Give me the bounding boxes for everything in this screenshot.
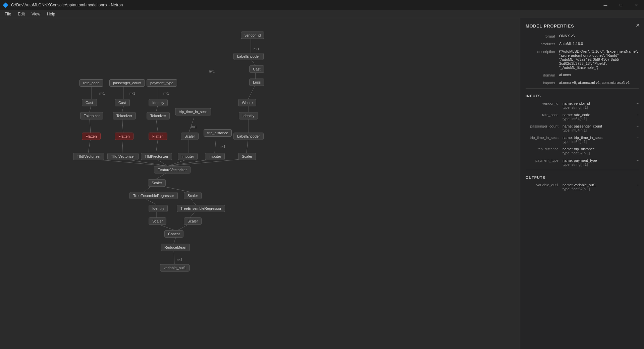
input-payment-type-expand[interactable]: − bbox=[637, 158, 639, 162]
node-tfidf3[interactable]: TfIdfVectorizer bbox=[141, 153, 172, 160]
input-vendor-id-expand[interactable]: − bbox=[637, 101, 639, 105]
panel-close-button[interactable]: ✕ bbox=[636, 22, 640, 29]
node-tokenizer1[interactable]: Tokenizer bbox=[80, 112, 103, 119]
input-trip-distance-type: type: float32[n,1] bbox=[562, 151, 635, 155]
node-scaler5[interactable]: Scaler bbox=[149, 217, 166, 225]
node-cast1[interactable]: Cast bbox=[249, 65, 264, 73]
node-scaler1[interactable]: Scaler bbox=[181, 133, 199, 140]
input-rate-code-vals: name: rate_code type: int64[n,1] bbox=[562, 113, 635, 121]
output-variable-out1-row[interactable]: variable_out1 name: variable_out1 type: … bbox=[526, 183, 639, 191]
node-labelencoder2[interactable]: LabelEncoder bbox=[233, 133, 264, 140]
node-identity3[interactable]: Identity bbox=[149, 205, 168, 212]
input-rate-code-expand[interactable]: − bbox=[637, 113, 639, 117]
node-scaler6[interactable]: Scaler bbox=[184, 217, 202, 225]
node-passenger-count[interactable]: passenger_count bbox=[109, 79, 145, 87]
input-payment-type-vals: name: payment_type type: string[n,1] bbox=[562, 158, 635, 166]
maximize-button[interactable]: □ bbox=[613, 0, 629, 10]
node-trip-distance[interactable]: trip_distance bbox=[204, 129, 232, 137]
node-flatten1[interactable]: Flatten bbox=[82, 133, 101, 140]
node-identity1[interactable]: Identity bbox=[149, 99, 168, 106]
svg-line-19 bbox=[156, 139, 158, 153]
menubar: File Edit View Help bbox=[0, 10, 644, 18]
edge-label-nx1-4: n×1 bbox=[163, 92, 169, 95]
node-payment-type[interactable]: payment_type bbox=[147, 79, 177, 87]
input-passenger-count-label: passenger_count bbox=[526, 124, 562, 128]
graph-area[interactable]: n×1 n×1 n×1 n×1 n×1 n×1 n×1 n×1 vendor_i… bbox=[0, 18, 372, 349]
edge-label-nx1-2: n×1 bbox=[209, 69, 215, 73]
node-tfidf1[interactable]: TfIdfVectorizer bbox=[73, 153, 104, 160]
menu-edit[interactable]: Edit bbox=[14, 11, 28, 17]
format-row: format ONNX v6 bbox=[526, 34, 639, 38]
edge-label-nx1-6: n×1 bbox=[191, 125, 197, 129]
node-treeensemble1[interactable]: TreeEnsembleRegressor bbox=[129, 192, 178, 199]
input-passenger-count-type: type: int64[n,1] bbox=[562, 128, 635, 132]
description-row: description {"AutoMLSDKVer": "1.16.0", "… bbox=[526, 49, 639, 69]
input-passenger-count-row[interactable]: passenger_count name: passenger_count ty… bbox=[526, 124, 639, 132]
node-concat[interactable]: Concat bbox=[164, 230, 183, 238]
output-variable-out1-type: type: float32[n,1] bbox=[562, 187, 635, 191]
node-tokenizer2[interactable]: Tokenizer bbox=[113, 112, 136, 119]
input-trip-distance-expand[interactable]: − bbox=[637, 147, 639, 151]
output-variable-out1-vals: name: variable_out1 type: float32[n,1] bbox=[562, 183, 635, 191]
node-imputer1[interactable]: Imputer bbox=[178, 153, 198, 160]
input-trip-distance-row[interactable]: trip_distance name: trip_distance type: … bbox=[526, 147, 639, 155]
node-tfidf2[interactable]: TfIdfVectorizer bbox=[107, 153, 139, 160]
menu-help[interactable]: Help bbox=[44, 11, 59, 17]
input-rate-code-row[interactable]: rate_code name: rate_code type: int64[n,… bbox=[526, 113, 639, 121]
node-flatten2[interactable]: Flatten bbox=[115, 133, 133, 140]
input-trip-distance-label: trip_distance bbox=[526, 147, 562, 151]
edge-label-nx1-8: n×1 bbox=[177, 258, 182, 262]
node-labelencoder1[interactable]: LabelEncoder bbox=[233, 53, 264, 60]
input-vendor-id-row[interactable]: vendor_id name: vendor_id type: string[n… bbox=[526, 101, 639, 109]
node-vendor-id[interactable]: vendor_id bbox=[241, 32, 264, 39]
svg-line-17 bbox=[88, 139, 91, 153]
description-label: description bbox=[526, 49, 559, 54]
node-scaler2[interactable]: Scaler bbox=[238, 153, 256, 160]
inputs-section-header: INPUTS bbox=[526, 94, 639, 98]
node-flatten3[interactable]: Flatten bbox=[149, 133, 167, 140]
domain-label: domain bbox=[526, 73, 559, 77]
input-trip-time-expand[interactable]: − bbox=[637, 136, 639, 140]
edge-label-nx1-5: n×1 bbox=[99, 92, 105, 95]
node-imputer2[interactable]: Imputer bbox=[205, 153, 225, 160]
svg-line-1 bbox=[251, 59, 256, 66]
format-label: format bbox=[526, 34, 559, 38]
node-rate-code[interactable]: rate_code bbox=[79, 79, 103, 87]
svg-line-15 bbox=[156, 118, 158, 133]
svg-line-3 bbox=[248, 85, 256, 99]
menu-view[interactable]: View bbox=[28, 11, 44, 17]
output-variable-out1-expand[interactable]: − bbox=[637, 183, 639, 187]
input-payment-type-row[interactable]: payment_type name: payment_type type: st… bbox=[526, 158, 639, 166]
node-featurevectorizer[interactable]: FeatureVectorizer bbox=[154, 166, 191, 173]
close-button[interactable]: ✕ bbox=[629, 0, 644, 10]
node-variable-out1[interactable]: variable_out1 bbox=[160, 264, 190, 271]
imports-value: ai.onnx v9, ai.onnx.ml v1, com.microsoft… bbox=[559, 81, 639, 85]
node-trip-time[interactable]: trip_time_in_secs bbox=[175, 108, 211, 115]
input-trip-time-row[interactable]: trip_time_in_secs name: trip_time_in_sec… bbox=[526, 136, 639, 144]
outputs-section-header: OUTPUTS bbox=[526, 176, 639, 180]
node-less1[interactable]: Less bbox=[249, 79, 264, 86]
node-cast2[interactable]: Cast bbox=[82, 99, 97, 106]
menu-file[interactable]: File bbox=[1, 11, 14, 17]
svg-line-6 bbox=[247, 139, 248, 153]
svg-line-21 bbox=[215, 139, 216, 153]
domain-row: domain ai.onnx bbox=[526, 73, 639, 77]
node-where1[interactable]: Where bbox=[238, 99, 256, 106]
output-variable-out1-name: name: variable_out1 bbox=[562, 183, 635, 187]
input-trip-time-type: type: int64[n,1] bbox=[562, 140, 635, 144]
node-cast3[interactable]: Cast bbox=[115, 99, 130, 106]
node-treeensemble2[interactable]: TreeEnsembleRegressor bbox=[177, 205, 225, 212]
input-trip-distance-vals: name: trip_distance type: float32[n,1] bbox=[562, 147, 635, 155]
edge-label-nx1-3: n×1 bbox=[129, 92, 135, 95]
input-passenger-count-vals: name: passenger_count type: int64[n,1] bbox=[562, 124, 635, 132]
node-scaler4[interactable]: Scaler bbox=[184, 192, 202, 199]
format-value: ONNX v6 bbox=[559, 34, 639, 38]
node-reducemean[interactable]: ReduceMean bbox=[161, 244, 190, 251]
input-vendor-id-vals: name: vendor_id type: string[n,1] bbox=[562, 101, 635, 109]
node-scaler3[interactable]: Scaler bbox=[148, 179, 166, 187]
node-tokenizer3[interactable]: Tokenizer bbox=[147, 112, 170, 119]
input-passenger-count-expand[interactable]: − bbox=[637, 124, 639, 128]
minimize-button[interactable]: — bbox=[598, 0, 613, 10]
input-rate-code-name: name: rate_code bbox=[562, 113, 635, 117]
node-identity2[interactable]: Identity bbox=[239, 112, 258, 119]
